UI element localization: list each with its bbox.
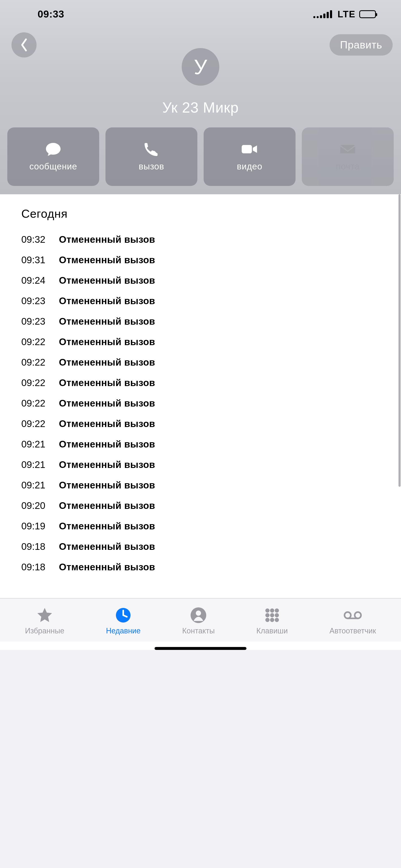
- call-time: 09:21: [21, 459, 51, 470]
- tab-voicemail-label: Автоответчик: [329, 626, 376, 635]
- home-indicator[interactable]: [155, 647, 246, 650]
- svg-point-7: [265, 613, 270, 617]
- call-type: Отмененный вызов: [59, 561, 155, 572]
- call-time: 09:18: [21, 541, 51, 552]
- tab-recents-label: Недавние: [106, 626, 141, 635]
- svg-point-5: [270, 609, 274, 613]
- call-time: 09:22: [21, 377, 51, 389]
- video-button[interactable]: видео: [204, 127, 296, 186]
- person-icon: [189, 607, 208, 624]
- keypad-icon: [263, 607, 281, 624]
- call-log-row[interactable]: 09:21Отмененный вызов: [21, 454, 380, 475]
- call-type: Отмененный вызов: [59, 479, 155, 491]
- tab-favorites-label: Избранные: [25, 626, 64, 635]
- call-log-row[interactable]: 09:22Отмененный вызов: [21, 352, 380, 372]
- call-button[interactable]: вызов: [105, 127, 197, 186]
- call-log-row[interactable]: 09:23Отмененный вызов: [21, 311, 380, 332]
- call-log-row[interactable]: 09:18Отмененный вызов: [21, 536, 380, 557]
- call-type: Отмененный вызов: [59, 275, 155, 286]
- call-log-row[interactable]: 09:20Отмененный вызов: [21, 495, 380, 516]
- svg-rect-0: [242, 145, 252, 153]
- call-time: 09:24: [21, 275, 51, 286]
- svg-point-12: [275, 618, 279, 622]
- call-type: Отмененный вызов: [59, 356, 155, 368]
- phone-screen: 09:33 LTE Править У Ук 23 Микр: [0, 0, 401, 650]
- call-type: Отмененный вызов: [59, 336, 155, 347]
- call-type: Отмененный вызов: [59, 398, 155, 409]
- mail-icon: [339, 142, 356, 156]
- call-type: Отмененный вызов: [59, 295, 155, 307]
- tab-contacts[interactable]: Контакты: [182, 607, 215, 635]
- call-time: 09:21: [21, 479, 51, 491]
- call-type: Отмененный вызов: [59, 418, 155, 429]
- call-time: 09:21: [21, 438, 51, 450]
- tab-keypad[interactable]: Клавиши: [256, 607, 288, 635]
- mail-button: почта: [302, 127, 394, 186]
- message-icon: [45, 142, 62, 156]
- call-type: Отмененный вызов: [59, 254, 155, 266]
- call-log-container: Сегодня 09:32Отмененный вызов09:31Отмене…: [0, 194, 401, 586]
- edit-button[interactable]: Править: [330, 34, 393, 56]
- battery-icon: [359, 10, 376, 18]
- call-time: 09:22: [21, 398, 51, 409]
- call-type: Отмененный вызов: [59, 520, 155, 532]
- call-log-row[interactable]: 09:23Отмененный вызов: [21, 290, 380, 311]
- svg-point-3: [196, 611, 201, 616]
- call-time: 09:31: [21, 254, 51, 266]
- call-type: Отмененный вызов: [59, 316, 155, 327]
- voicemail-icon: [343, 607, 362, 624]
- contact-avatar[interactable]: У: [182, 48, 219, 86]
- network-label: LTE: [338, 9, 356, 20]
- call-log-row[interactable]: 09:32Отмененный вызов: [21, 229, 380, 250]
- call-log-row[interactable]: 09:22Отмененный вызов: [21, 413, 380, 434]
- call-log-list[interactable]: 09:32Отмененный вызов09:31Отмененный выз…: [21, 229, 380, 577]
- call-log-row[interactable]: 09:22Отмененный вызов: [21, 372, 380, 393]
- call-log-card: Сегодня 09:32Отмененный вызов09:31Отмене…: [7, 194, 394, 586]
- call-type: Отмененный вызов: [59, 541, 155, 552]
- call-time: 09:23: [21, 316, 51, 327]
- status-bar: 09:33 LTE: [0, 0, 401, 26]
- back-button[interactable]: [11, 32, 36, 57]
- tab-favorites[interactable]: Избранные: [25, 607, 64, 635]
- video-label: видео: [237, 161, 262, 172]
- call-log-row[interactable]: 09:21Отмененный вызов: [21, 434, 380, 454]
- call-log-row[interactable]: 09:22Отмененный вызов: [21, 393, 380, 413]
- tab-voicemail[interactable]: Автоответчик: [329, 607, 376, 635]
- svg-point-8: [270, 613, 274, 617]
- call-log-row[interactable]: 09:31Отмененный вызов: [21, 250, 380, 270]
- call-time: 09:20: [21, 500, 51, 511]
- call-log-row[interactable]: 09:21Отмененный вызов: [21, 475, 380, 495]
- svg-point-4: [265, 609, 270, 613]
- call-time: 09:23: [21, 295, 51, 307]
- message-label: сообщение: [29, 161, 77, 172]
- call-log-row[interactable]: 09:19Отмененный вызов: [21, 516, 380, 536]
- svg-point-14: [354, 612, 361, 618]
- tab-bar: Избранные Недавние Контакты Клавиши: [0, 598, 401, 642]
- call-label: вызов: [139, 161, 164, 172]
- call-type: Отмененный вызов: [59, 377, 155, 389]
- phone-icon: [143, 142, 160, 156]
- call-type: Отмененный вызов: [59, 234, 155, 245]
- call-type: Отмененный вызов: [59, 500, 155, 511]
- clock-icon: [114, 607, 133, 624]
- svg-point-13: [344, 612, 351, 618]
- svg-point-6: [275, 609, 279, 613]
- action-row: сообщение вызов видео почта: [0, 116, 401, 186]
- call-log-row[interactable]: 09:18Отмененный вызов: [21, 557, 380, 577]
- section-title-today: Сегодня: [21, 207, 380, 220]
- call-log-row[interactable]: 09:22Отмененный вызов: [21, 332, 380, 352]
- call-time: 09:22: [21, 336, 51, 347]
- scroll-indicator[interactable]: [399, 194, 401, 487]
- message-button[interactable]: сообщение: [7, 127, 99, 186]
- status-time: 09:33: [38, 8, 64, 20]
- contact-header: 09:33 LTE Править У Ук 23 Микр: [0, 0, 401, 194]
- tab-contacts-label: Контакты: [182, 626, 215, 635]
- tab-recents[interactable]: Недавние: [106, 607, 141, 635]
- call-time: 09:19: [21, 520, 51, 532]
- mail-label: почта: [336, 161, 360, 172]
- chevron-left-icon: [20, 38, 29, 52]
- signal-icon: [313, 10, 332, 18]
- call-time: 09:18: [21, 561, 51, 572]
- call-log-row[interactable]: 09:24Отмененный вызов: [21, 270, 380, 290]
- status-indicators: LTE: [313, 9, 376, 20]
